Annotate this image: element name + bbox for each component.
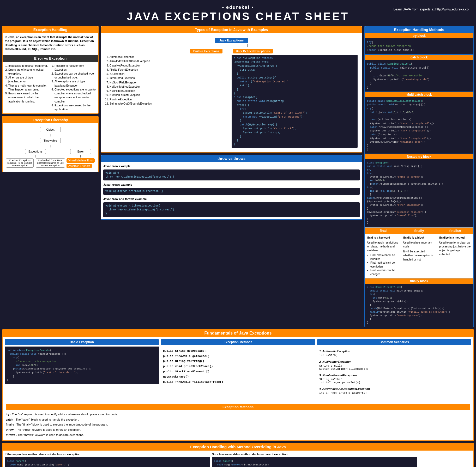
- exc-12: StringIndexOutOfBoundsException: [110, 101, 230, 106]
- exception-item-1: Possible to recover from Exception.: [55, 64, 96, 72]
- kw-catch: catch - The "catch" block is used to han…: [6, 417, 470, 422]
- finally-block-title: finally block: [365, 278, 473, 284]
- error-list: Impossible to recover from error. Errors…: [5, 64, 50, 104]
- finally-block-desc: finally is a block: [403, 236, 435, 240]
- kw-finally: finally - The "finally" block is used to…: [6, 422, 470, 427]
- exception-handling-card: Exception Handling In Java, an exception…: [2, 26, 99, 114]
- multi-catch-code: public class SampleMultipleCatchBlock{ p…: [365, 97, 473, 154]
- exception-handling-title: Exception Handling: [3, 26, 98, 33]
- hierarchy-body: Object ↓ Throwable ↓ Exceptions: [3, 123, 98, 172]
- throw-vs-throws-body: Java throw example void a(){ throw new A…: [101, 162, 362, 219]
- nested-try-title: Nested try block: [365, 154, 473, 159]
- override-center-code: class Parent{ void msg()throwsArithmetic…: [212, 457, 417, 467]
- tree-connector: [105, 44, 358, 47]
- error-item-2: Errors are of type unchecked exception.: [8, 68, 50, 76]
- finalise-usage: Used to perform clean up processing just…: [439, 241, 471, 257]
- hierarchy-card: Exception Hirerachy Object ↓ Throwable ↓: [2, 116, 99, 172]
- hier-error-col: Error Virtual Machine Error Assertion Er…: [67, 149, 95, 168]
- error-vs-exception-title: Error vs Exception: [3, 55, 98, 62]
- exception-handling-text: In Java, an exception is an event that d…: [5, 35, 96, 51]
- exception-methods-keywords-body: try - The "try" keyword is used to speci…: [6, 412, 470, 438]
- center-column: Types of Exception in Java with Examples…: [101, 26, 362, 327]
- final-finally-finalise-grid: final final is a keyword Used to apply r…: [365, 227, 473, 279]
- java-logo-section: ☕ Java: [419, 453, 471, 467]
- exc-1: Arithmetic Exception: [110, 55, 230, 59]
- override-left-code: class Parent{ void msg(){System.out.prin…: [5, 457, 210, 467]
- exception-tree: Java Exceptions Built-in Exceptions User: [103, 35, 360, 55]
- exception-methods-keywords-title: Exception Methods: [6, 404, 470, 410]
- multi-catch-title: Multi catch block: [365, 92, 473, 97]
- finalise-title: finalise: [437, 228, 473, 234]
- kw-try: try - The "try" keyword is used to speci…: [6, 412, 470, 417]
- multi-catch-block-section: Multi catch block public class SampleMul…: [365, 92, 473, 154]
- error-column: Impossible to recover from error. Errors…: [5, 64, 50, 112]
- exc-7: NoSuchFieldException: [110, 80, 230, 84]
- exc-3: ClassNotFoundException: [110, 63, 230, 68]
- fundamentals-title: Fundamentals of Java Exceptions: [2, 329, 474, 337]
- scenario-4: 4. ArrayIndexOutOfBoundsException int a[…: [319, 386, 469, 395]
- method-5b: getStackTrace(): [163, 374, 313, 380]
- page-title: JAVA EXCEPTIONS CHEAT SHEET: [2, 10, 474, 23]
- java-throws-label: Java throws example: [103, 183, 132, 186]
- main-grid: Exception Handling In Java, an exception…: [2, 26, 474, 327]
- finally-col: finally finally is a block Used to place…: [401, 228, 437, 278]
- finally-title: finally: [401, 228, 437, 234]
- final-bullet-3: Final variable cant be changed: [370, 269, 399, 276]
- method-1: public String getMessage(): [163, 349, 313, 354]
- fundamentals-body: Basic Exception public class ExceptionEx…: [2, 337, 474, 401]
- tree-branches: Built-in Exceptions User Defined Excepti…: [105, 49, 358, 53]
- scenario-1-title: 1. ArithmeticException: [319, 350, 350, 353]
- builtin-list: Arithmetic Exception ArrayIndexOutOfBoun…: [105, 55, 232, 148]
- java-throws-code: void a()throws ArithmeticException {}: [103, 188, 360, 195]
- tree-conn-left: [216, 44, 216, 47]
- error-item-3: All errors are of type java.lang.error.: [8, 76, 50, 83]
- java-throws-section: Java throws example void a()throws Arith…: [103, 183, 360, 195]
- header: • edureka! • JAVA EXCEPTIONS CHEAT SHEET…: [2, 2, 474, 24]
- exception-methods-keywords: Exception Methods try - The "try" keywor…: [2, 401, 474, 441]
- scenario-1-code: int a=50/0;: [319, 354, 469, 357]
- java-throw-and-throws-section: Java throw and throws example void a()th…: [103, 197, 360, 217]
- final-bullets: Final class cannot be inherited Final me…: [367, 253, 399, 276]
- catch-block-section: catch block public class Sampletrycatch1…: [365, 55, 473, 92]
- throw-vs-throws-title: throw vs throws: [101, 155, 362, 162]
- finally-block-code: class SampleFinallyBlock{ public static …: [365, 284, 473, 327]
- finally-block-section: finally block class SampleFinallyBlock{ …: [365, 278, 473, 327]
- method-2: public Throwable getCause(): [163, 354, 313, 359]
- types-content: Arithmetic Exception ArrayIndexOutOfBoun…: [103, 55, 360, 150]
- builtin-exceptions-list: Arithmetic Exception ArrayIndexOutOfBoun…: [105, 55, 230, 106]
- builtin-branch: Built-in Exceptions: [190, 49, 222, 53]
- tagline: Learn JAVA from experts at http://www.ed…: [393, 7, 469, 11]
- hier-sub-branch: Checked ExceptionsExample: IO or Compile…: [6, 158, 65, 168]
- hier-object-row: Object: [5, 127, 95, 132]
- finalise-method-desc: finalise is a method: [439, 236, 471, 240]
- finally-desc2: It will be executed whether the exceptio…: [403, 250, 435, 262]
- error-vs-exception-grid: Impossible to recover from error. Errors…: [5, 64, 96, 112]
- hier-throwable-row: Throwable: [5, 138, 95, 143]
- hier-line-1: [35, 155, 35, 157]
- scenario-2: 2. NullPointerException String s=null;Sy…: [319, 359, 469, 371]
- tree-root-box: Java Exceptions: [215, 38, 248, 43]
- final-keyword-desc: final is a keyword: [367, 236, 399, 240]
- error-item-5: Errors are caused by the environment in …: [8, 92, 50, 104]
- kw-throw: throw - The "throw" keyword is used to t…: [6, 427, 470, 433]
- exception-handling-methods-card: Exception Handling Methods try block try…: [364, 26, 474, 327]
- try-block-title: try block: [365, 33, 473, 38]
- exc-8: NoSuchMethodException: [110, 84, 230, 89]
- types-body: Java Exceptions Built-in Exceptions User: [101, 33, 362, 152]
- hier-throwable-box: Throwable: [40, 138, 61, 143]
- exception-item-2: Exceptions can be checked type or unchec…: [55, 72, 96, 80]
- scenario-4-title: 4. ArrayIndexOutOfBoundsException: [319, 387, 370, 390]
- right-column: Exception Handling Methods try block try…: [364, 26, 474, 327]
- hier-exceptions-col: Exceptions Checked ExceptionsExample: IO…: [6, 149, 65, 168]
- builtin-branch-box: Built-in Exceptions: [190, 49, 222, 53]
- final-title: final: [365, 228, 401, 234]
- tree-root: Java Exceptions: [105, 38, 358, 43]
- kw-throws: throws - The "throws" keyword is used to…: [6, 433, 470, 438]
- page: • edureka! • JAVA EXCEPTIONS CHEAT SHEET…: [0, 0, 476, 467]
- try-block-section: try block try{ //code that throws except…: [365, 33, 473, 55]
- override-center: Subclass overridden method declares pare…: [212, 453, 417, 467]
- method-3: public String toString(): [163, 359, 313, 364]
- exc-2: ArrayIndexOutOfBoundException: [110, 59, 230, 63]
- override-left: If the superclass method does not declar…: [5, 453, 210, 467]
- finally-body: finally is a block Used to place importa…: [401, 234, 437, 264]
